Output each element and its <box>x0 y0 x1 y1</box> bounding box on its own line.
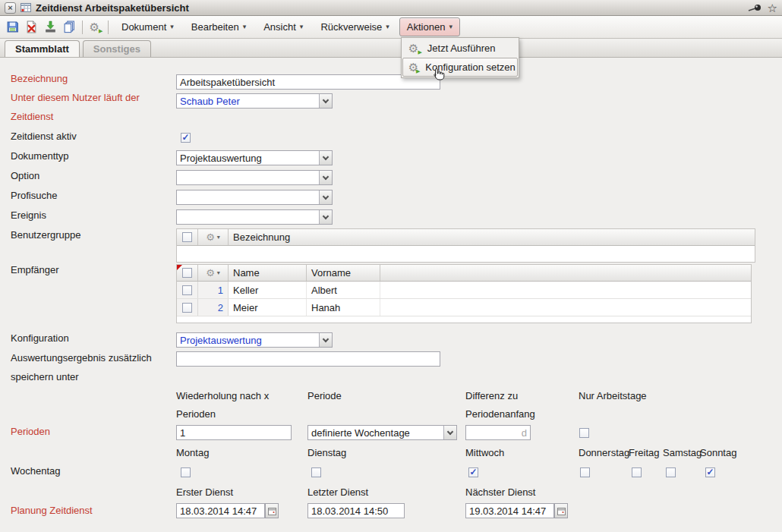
cell-name: Keller <box>229 282 307 298</box>
grid-actions-cell[interactable]: ⚙ ▾ <box>198 229 229 245</box>
select-all-checkbox[interactable]: ✓ <box>182 268 192 278</box>
label-auswertung-line2: speichern unter <box>11 371 79 382</box>
letzter-dienst-input[interactable]: 18.03.2014 14:50 <box>307 503 405 518</box>
gear-dropdown: ⚙ ▾ <box>206 268 220 278</box>
row-checkbox[interactable]: ✓ <box>182 303 192 313</box>
label-mittwoch: Mittwoch <box>465 447 504 458</box>
label-konfiguration: Konfiguration <box>11 332 69 344</box>
mouse-cursor <box>430 65 446 82</box>
cell-vorname: Hanah <box>307 299 380 316</box>
select-all-cell: ✓ <box>177 229 198 245</box>
label-benutzergruppe: Benutzergruppe <box>11 229 81 241</box>
table-row[interactable]: ✓ 1 Keller Albert <box>177 282 751 299</box>
auswertung-input[interactable] <box>176 351 440 367</box>
grid-actions-cell[interactable]: ⚙ ▾ <box>198 265 229 281</box>
check-icon: ✓ <box>181 133 189 142</box>
chevron-down-icon[interactable] <box>319 190 332 204</box>
import-button[interactable] <box>41 18 60 36</box>
nutzer-select[interactable]: Schaub Peter <box>176 93 333 109</box>
toolbar-separator <box>108 20 109 34</box>
unit-label: d <box>522 427 527 439</box>
save-button[interactable] <box>3 18 22 36</box>
menu-item-jetzt-ausfuehren[interactable]: ⚙ ▶ Jetzt Ausführen <box>402 39 518 58</box>
samstag-checkbox[interactable]: ✓ <box>666 467 676 477</box>
empty-grid-row[interactable] <box>177 246 755 262</box>
menu-item-konfiguration-setzen[interactable]: ⚙ ▶ Konfiguration setzen <box>402 58 518 77</box>
cell-name: Meier <box>229 299 307 316</box>
tab-sonstiges[interactable]: Sonstiges <box>83 40 151 57</box>
option-select[interactable] <box>176 170 333 185</box>
column-header-name[interactable]: Name <box>229 265 307 281</box>
label-zeitdienst-aktiv: Zeitdienst aktiv <box>11 131 77 142</box>
tabstrip: Stammblatt Sonstiges <box>0 39 782 58</box>
zeitdienst-window: × Zeitdienst Arbeitspaketübersicht ☆ <box>0 0 782 532</box>
donnerstag-checkbox[interactable]: ✓ <box>580 467 590 477</box>
label-empfaenger: Empfänger <box>11 264 59 275</box>
periode-select[interactable]: definierte Wochentage <box>307 425 457 440</box>
delete-document-button[interactable] <box>22 18 41 36</box>
caret-down-icon: ▾ <box>217 235 220 241</box>
zeitdienst-aktiv-checkbox[interactable]: ✓ <box>181 133 191 143</box>
favorite-star-icon[interactable]: ☆ <box>768 2 777 14</box>
erster-dienst-input[interactable]: 18.03.2014 14:47 <box>176 503 265 518</box>
delete-document-icon <box>25 20 38 33</box>
gear-icon: ⚙ <box>206 232 215 242</box>
label-perioden: Perioden <box>11 426 50 437</box>
row-number[interactable]: 2 <box>198 299 229 316</box>
label-montag: Montag <box>176 447 209 458</box>
wiederholung-input[interactable]: 1 <box>176 425 292 440</box>
menu-aktionen[interactable]: Aktionen ▾ ⚙ ▶ Jetzt Ausführen ⚙ ▶ Konfi <box>399 17 460 36</box>
profisuche-select[interactable] <box>176 190 333 205</box>
montag-checkbox[interactable]: ✓ <box>181 467 191 477</box>
copy-button[interactable] <box>60 18 79 36</box>
caret-down-icon: ▾ <box>300 24 304 30</box>
ereignis-select[interactable] <box>176 209 333 225</box>
dienstag-checkbox[interactable]: ✓ <box>311 467 321 477</box>
label-samstag: Samstag <box>663 447 702 458</box>
header-differenz-line1: Differenz zu <box>465 390 518 401</box>
label-naechster-dienst: Nächster Dienst <box>465 486 535 498</box>
caret-down-icon: ▾ <box>243 24 247 30</box>
column-header-vorname[interactable]: Vorname <box>307 265 380 281</box>
label-nutzer-line1: Unter diesem Nutzer läuft der <box>11 92 140 103</box>
chevron-down-icon[interactable] <box>319 333 332 347</box>
chevron-down-icon[interactable] <box>443 426 456 439</box>
label-ereignis: Ereignis <box>11 209 46 221</box>
tab-stammblatt[interactable]: Stammblatt <box>5 40 80 57</box>
menu-dokument[interactable]: Dokument ▾ <box>114 17 181 36</box>
dokumenttyp-select[interactable]: Projektauswertung <box>176 150 333 165</box>
menu-ansicht[interactable]: Ansicht ▾ <box>256 17 311 36</box>
chevron-down-icon[interactable] <box>319 151 332 165</box>
header-differenz-line2: Periodenanfang <box>465 408 535 420</box>
menu-rueckverweise[interactable]: Rückverweise ▾ <box>313 17 396 36</box>
caret-down-icon: ▾ <box>170 24 174 30</box>
row-checkbox[interactable]: ✓ <box>182 285 192 295</box>
save-floppy-icon <box>6 20 19 33</box>
differenz-input[interactable]: d <box>465 425 531 440</box>
freitag-checkbox[interactable]: ✓ <box>632 467 642 477</box>
naechster-dienst-input[interactable]: 19.03.2014 14:47 <box>465 503 554 518</box>
header-wiederholung-line2: Perioden <box>176 408 216 420</box>
table-row[interactable]: ✓ 2 Meier Hanah <box>177 299 751 316</box>
label-letzter-dienst: Letzter Dienst <box>307 486 368 498</box>
run-service-button[interactable]: ⚙ ▶ <box>86 18 105 36</box>
chevron-down-icon[interactable] <box>319 94 332 108</box>
column-header-bezeichnung[interactable]: Bezeichnung <box>229 229 755 245</box>
sonntag-checkbox[interactable]: ✓ <box>705 467 715 477</box>
benutzergruppe-grid: ✓ ⚙ ▾ Bezeichnung <box>176 228 755 263</box>
nur-arbeitstage-checkbox[interactable]: ✓ <box>579 428 589 438</box>
close-button[interactable]: × <box>5 2 16 14</box>
row-number[interactable]: 1 <box>198 282 229 298</box>
empfaenger-grid: ✓ ⚙ ▾ Name Vorname ✓ 1 Keller Albert ✓ 2… <box>176 264 752 323</box>
menu-bearbeiten[interactable]: Bearbeiten ▾ <box>184 17 254 36</box>
chevron-down-icon[interactable] <box>319 171 332 184</box>
chevron-down-icon[interactable] <box>319 210 332 224</box>
pin-icon[interactable] <box>747 2 764 14</box>
mittwoch-checkbox[interactable]: ✓ <box>468 467 478 477</box>
select-all-checkbox[interactable]: ✓ <box>182 232 192 242</box>
benutzergruppe-grid-header: ✓ ⚙ ▾ Bezeichnung <box>177 229 755 246</box>
konfiguration-select[interactable]: Projektauswertung <box>176 332 333 348</box>
naechster-dienst-calendar-button[interactable] <box>554 503 568 518</box>
label-sonntag: Sonntag <box>700 447 736 458</box>
erster-dienst-calendar-button[interactable] <box>265 503 279 518</box>
